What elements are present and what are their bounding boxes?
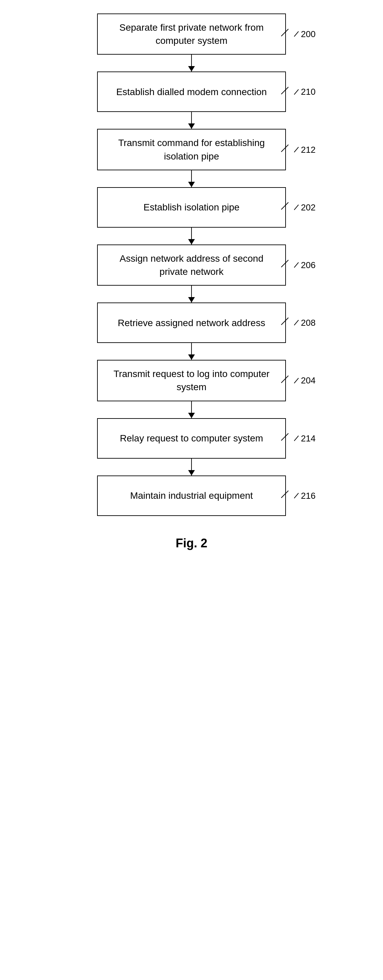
box-212-text: Transmit command for establishing isolat…: [108, 136, 275, 162]
box-204: Transmit request to log into computer sy…: [97, 360, 286, 401]
box-216-text: Maintain industrial equipment: [130, 489, 253, 502]
label-216: 216: [281, 489, 316, 501]
label-202: 202: [281, 201, 316, 213]
figure-label: Fig. 2: [176, 536, 207, 550]
box-200-text: Separate first private network from comp…: [108, 21, 275, 47]
connector-2: [191, 112, 192, 129]
connector-8: [191, 459, 192, 476]
connector-1: [191, 55, 192, 72]
box-206-text: Assign network address of second private…: [108, 252, 275, 278]
box-210: Establish dialled modem connection 210: [97, 72, 286, 112]
box-208-text: Retrieve assigned network address: [118, 316, 265, 329]
box-206: Assign network address of second private…: [97, 245, 286, 286]
label-210: 210: [281, 86, 316, 98]
label-200: 200: [281, 28, 316, 40]
box-200: Separate first private network from comp…: [97, 13, 286, 55]
connector-3: [191, 170, 192, 187]
box-212: Transmit command for establishing isolat…: [97, 129, 286, 170]
box-202: Establish isolation pipe 202: [97, 187, 286, 228]
box-210-text: Establish dialled modem connection: [116, 85, 267, 99]
connector-4: [191, 228, 192, 245]
connector-7: [191, 401, 192, 418]
box-204-text: Transmit request to log into computer sy…: [108, 367, 275, 393]
label-208: 208: [281, 317, 316, 329]
box-202-text: Establish isolation pipe: [144, 200, 240, 214]
box-214-text: Relay request to computer system: [120, 432, 263, 445]
box-216: Maintain industrial equipment 216: [97, 476, 286, 516]
box-214: Relay request to computer system 214: [97, 418, 286, 459]
connector-6: [191, 343, 192, 360]
label-206: 206: [281, 259, 316, 271]
label-204: 204: [281, 374, 316, 387]
label-212: 212: [281, 143, 316, 156]
flowchart-diagram: Separate first private network from comp…: [73, 13, 310, 550]
box-208: Retrieve assigned network address 208: [97, 302, 286, 343]
connector-5: [191, 286, 192, 302]
label-214: 214: [281, 432, 316, 444]
